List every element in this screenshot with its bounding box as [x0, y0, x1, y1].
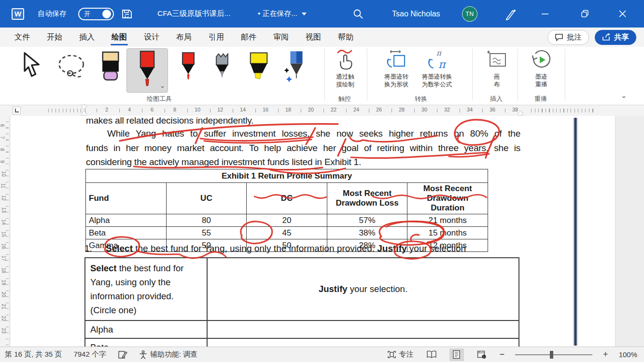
- answer-prompt-cell[interactable]: Select the best fund for Yang, using onl…: [85, 258, 207, 320]
- select-tool[interactable]: [19, 52, 45, 84]
- red-marker-tool[interactable]: [177, 52, 200, 89]
- paragraph-line[interactable]: funds in her money market account. To he…: [86, 141, 520, 155]
- col-header-fund[interactable]: Fund: [86, 183, 167, 214]
- comment-icon: [555, 33, 563, 41]
- tab-home[interactable]: 开始: [41, 28, 68, 46]
- question-1-line[interactable]: 1.Select the best fund for Yang, using o…: [84, 243, 524, 254]
- replay-group-label: 重播: [534, 95, 547, 103]
- hanging-indent-marker[interactable]: [81, 111, 87, 115]
- document-page[interactable]: makes all related decisions independentl…: [11, 116, 615, 347]
- word-count[interactable]: 7942 个字: [73, 350, 106, 359]
- cell-uc[interactable]: 55: [166, 227, 247, 239]
- autosave-toggle[interactable]: 开: [78, 0, 114, 28]
- answer-row-beta: Beta: [85, 338, 519, 347]
- body-paragraph[interactable]: While Yang hates to suffer investment lo…: [86, 126, 520, 169]
- zoom-slider[interactable]: [515, 354, 592, 355]
- word-app-icon[interactable]: W: [12, 0, 24, 28]
- vruler-number: 22: [1, 316, 7, 321]
- tab-references[interactable]: 引用: [203, 28, 230, 46]
- zoom-level[interactable]: 100%: [619, 350, 637, 359]
- user-avatar[interactable]: TN: [462, 0, 477, 28]
- saving-status[interactable]: • 正在保存...: [258, 0, 307, 28]
- ribbon-draw-tab: ⌄: [0, 47, 644, 105]
- title-bar: W 自动保存 开 CFA三级原版书课后... • 正在保存... Tsao Ni…: [0, 0, 644, 28]
- minimize-button[interactable]: [534, 0, 556, 28]
- tab-insert[interactable]: 插入: [73, 28, 100, 46]
- first-line-indent-marker[interactable]: [81, 105, 87, 109]
- zoom-in-button[interactable]: +: [603, 349, 608, 360]
- share-button[interactable]: 共享: [595, 30, 636, 45]
- action-pen-tool[interactable]: [283, 51, 310, 90]
- close-button[interactable]: [611, 0, 633, 28]
- vruler-number: 17: [1, 255, 7, 261]
- exhibit-table-title[interactable]: Exhibit 1 Return Profile Summary: [86, 169, 488, 183]
- user-name[interactable]: Tsao Nicholas: [392, 0, 440, 28]
- fund-option-beta[interactable]: Beta: [85, 338, 207, 347]
- save-icon[interactable]: [121, 0, 133, 28]
- col-header-uc[interactable]: UC: [166, 183, 247, 214]
- zoom-out-button[interactable]: −: [500, 349, 505, 360]
- pen-options-chevron[interactable]: ⌄: [160, 82, 165, 89]
- search-icon[interactable]: [352, 0, 364, 28]
- ink-to-shape-button[interactable]: 将墨迹转换为形状: [379, 49, 413, 88]
- comments-button[interactable]: 批注: [547, 30, 589, 45]
- cell-fund[interactable]: Beta: [86, 227, 167, 239]
- ink-to-math-button[interactable]: π π 将墨迹转换为数学公式: [418, 49, 456, 88]
- paragraph-line[interactable]: While Yang hates to suffer investment lo…: [86, 126, 520, 141]
- lasso-select-tool[interactable]: [56, 54, 88, 84]
- answer-row-alpha: Alpha: [85, 320, 519, 338]
- ink-replay-button[interactable]: 墨迹重播: [527, 49, 555, 88]
- vertical-scrollbar[interactable]: [574, 118, 577, 346]
- answer-blank-cell[interactable]: [207, 320, 519, 338]
- ink-pen-sparkle-icon[interactable]: [503, 0, 518, 28]
- read-mode-button[interactable]: [424, 348, 439, 361]
- zoom-slider-thumb[interactable]: [550, 351, 553, 359]
- red-pen-tool-selected[interactable]: ⌄: [126, 48, 168, 93]
- proofing-icon[interactable]: [118, 350, 127, 359]
- tab-file[interactable]: 文件: [9, 28, 36, 46]
- collapse-ribbon-chevron[interactable]: ⌄: [621, 91, 627, 100]
- vertical-ruler[interactable]: 67891011121314151617181920212223: [0, 116, 10, 347]
- tab-review[interactable]: 审阅: [267, 28, 294, 46]
- paragraph-partial-line[interactable]: makes all related decisions independentl…: [86, 116, 253, 128]
- accessibility-status[interactable]: 辅助功能: 调查: [139, 350, 197, 359]
- tab-layout[interactable]: 布局: [170, 28, 197, 46]
- tab-design[interactable]: 设计: [138, 28, 165, 46]
- focus-mode-button[interactable]: 专注: [387, 350, 414, 359]
- print-layout-button[interactable]: [449, 348, 464, 361]
- cell-uc[interactable]: 80: [166, 214, 247, 227]
- answer-justify-cell[interactable]: Justify your selection.: [207, 258, 519, 320]
- col-header-drawdown-loss[interactable]: Most Recent Drawdown Loss: [327, 183, 407, 214]
- canvas-button[interactable]: 画布: [483, 49, 511, 88]
- paragraph-line[interactable]: considering the actively managed investm…: [86, 155, 520, 169]
- answer-table[interactable]: Select the best fund for Yang, using onl…: [84, 257, 519, 347]
- tab-view[interactable]: 视图: [300, 28, 327, 46]
- highlighter-tool[interactable]: [245, 52, 272, 89]
- cell-duration[interactable]: 21 months: [407, 214, 488, 227]
- exhibit-1-table[interactable]: Exhibit 1 Return Profile Summary Fund UC…: [85, 169, 488, 252]
- answer-blank-cell[interactable]: [207, 338, 519, 347]
- pencil-tool[interactable]: [210, 52, 234, 89]
- cell-duration[interactable]: 15 months: [407, 227, 488, 239]
- tab-draw[interactable]: 绘图: [106, 28, 133, 46]
- cell-dc[interactable]: 20: [247, 214, 327, 227]
- cell-loss[interactable]: 38%: [327, 227, 407, 239]
- restore-button[interactable]: [574, 0, 596, 28]
- horizontal-ruler[interactable]: 2468101214161820222426283032343638: [0, 105, 644, 116]
- eraser-tool[interactable]: [98, 51, 123, 89]
- hruler-number: 6: [149, 107, 155, 112]
- draw-with-touch-button[interactable]: 通过触摸绘制: [329, 49, 361, 88]
- ink-to-shape-icon: [384, 49, 408, 71]
- tab-help[interactable]: 帮助: [332, 28, 359, 46]
- document-title[interactable]: CFA三级原版书课后...: [157, 0, 231, 28]
- cell-loss[interactable]: 57%: [327, 214, 407, 227]
- page-indicator[interactable]: 第 16 页, 共 35 页: [5, 350, 62, 359]
- share-icon: [602, 33, 611, 41]
- cell-dc[interactable]: 45: [247, 227, 327, 239]
- tab-mailings[interactable]: 邮件: [235, 28, 262, 46]
- cell-fund[interactable]: Alpha: [86, 214, 167, 227]
- col-header-dc[interactable]: DC: [247, 183, 327, 214]
- col-header-drawdown-duration[interactable]: Most Recent Drawdown Duration: [407, 183, 488, 214]
- fund-option-alpha[interactable]: Alpha: [85, 320, 207, 338]
- web-layout-button[interactable]: i: [475, 348, 489, 361]
